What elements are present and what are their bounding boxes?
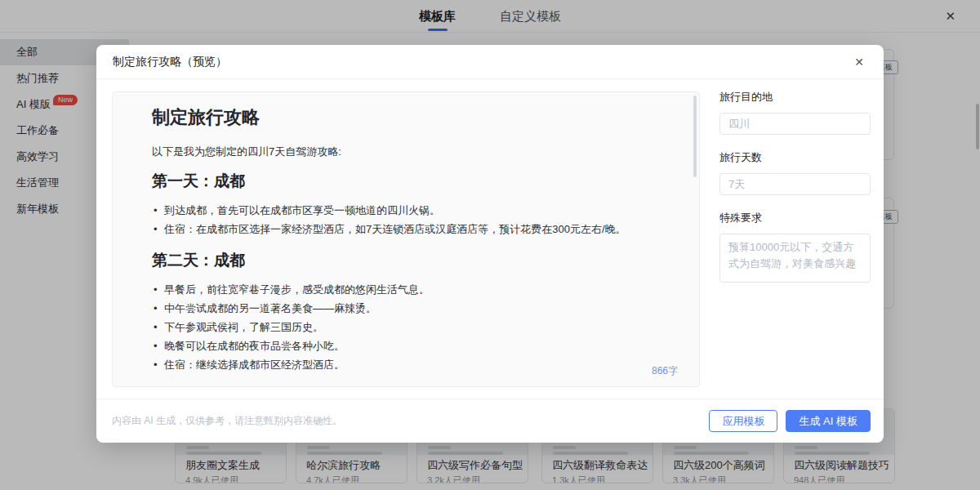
destination-input[interactable] xyxy=(719,113,871,135)
requirements-textarea[interactable]: 预算10000元以下，交通方式为自驾游，对美食感兴趣 xyxy=(719,234,871,283)
modal-title: 制定旅行攻略（预览） xyxy=(113,55,227,69)
document-preview-card[interactable]: 制定旅行攻略 以下是我为您制定的四川7天自驾游攻略: 第一天：成都 到达成都，首… xyxy=(112,91,700,387)
requirements-label: 特殊要求 xyxy=(719,211,871,225)
document-title: 制定旅行攻略 xyxy=(152,105,666,130)
apply-template-button[interactable]: 应用模板 xyxy=(709,410,777,432)
days-field-group: 旅行天数 xyxy=(719,150,871,195)
template-library-page: 模板库 自定义模板 ✕ 全部 热门推荐 AI 模版 New xyxy=(0,0,980,490)
bullet-item: 晚餐可以在成都的夜市品尝各种小吃。 xyxy=(152,337,666,355)
travel-plan-preview-modal: 制定旅行攻略（预览） ✕ 制定旅行攻略 以下是我为您制定的四川7天自驾游攻略: … xyxy=(96,45,884,443)
bullet-item: 到达成都，首先可以在成都市区享受一顿地道的四川火锅。 xyxy=(152,202,666,220)
template-form-pane: 旅行目的地 旅行天数 特殊要求 预算10000元以下，交通方式为自驾游，对美食感… xyxy=(701,79,884,399)
day2-heading: 第二天：成都 xyxy=(152,250,666,271)
modal-close-icon[interactable]: ✕ xyxy=(851,54,867,70)
document-scrollbar-thumb[interactable] xyxy=(693,96,697,177)
modal-header: 制定旅行攻略（预览） ✕ xyxy=(96,45,884,79)
destination-field-group: 旅行目的地 xyxy=(719,90,871,135)
document-preview-pane: 制定旅行攻略 以下是我为您制定的四川7天自驾游攻略: 第一天：成都 到达成都，首… xyxy=(96,79,701,399)
bullet-item: 住宿：继续选择成都市区经济型酒店。 xyxy=(152,356,666,374)
day2-bullet-list: 早餐后，前往宽窄巷子漫步，感受成都的悠闲生活气息。 中午尝试成都的另一道著名美食… xyxy=(152,281,666,374)
word-count: 866字 xyxy=(652,364,678,378)
bullet-item: 住宿：在成都市区选择一家经济型酒店，如7天连锁酒店或汉庭酒店等，预计花费在300… xyxy=(152,220,666,238)
days-label: 旅行天数 xyxy=(719,150,871,165)
generate-ai-template-button[interactable]: 生成 AI 模板 xyxy=(786,410,871,432)
day1-bullet-list: 到达成都，首先可以在成都市区享受一顿地道的四川火锅。 住宿：在成都市区选择一家经… xyxy=(152,202,666,238)
modal-body: 制定旅行攻略 以下是我为您制定的四川7天自驾游攻略: 第一天：成都 到达成都，首… xyxy=(96,79,884,399)
bullet-item: 早餐后，前往宽窄巷子漫步，感受成都的悠闲生活气息。 xyxy=(152,281,666,299)
modal-footer: 内容由 AI 生成，仅供参考，请注意甄别内容准确性。 应用模板 生成 AI 模板 xyxy=(96,399,884,443)
requirements-field-group: 特殊要求 预算10000元以下，交通方式为自驾游，对美食感兴趣 xyxy=(719,211,871,286)
bullet-item: 中午尝试成都的另一道著名美食——麻辣烫。 xyxy=(152,300,666,318)
ai-disclaimer-text: 内容由 AI 生成，仅供参考，请注意甄别内容准确性。 xyxy=(112,414,342,428)
destination-label: 旅行目的地 xyxy=(719,90,871,105)
days-input[interactable] xyxy=(719,173,871,195)
bullet-item: 下午参观武侯祠，了解三国历史。 xyxy=(152,318,666,336)
document-intro: 以下是我为您制定的四川7天自驾游攻略: xyxy=(152,145,666,159)
day1-heading: 第一天：成都 xyxy=(152,171,666,192)
footer-buttons: 应用模板 生成 AI 模板 xyxy=(709,410,871,432)
